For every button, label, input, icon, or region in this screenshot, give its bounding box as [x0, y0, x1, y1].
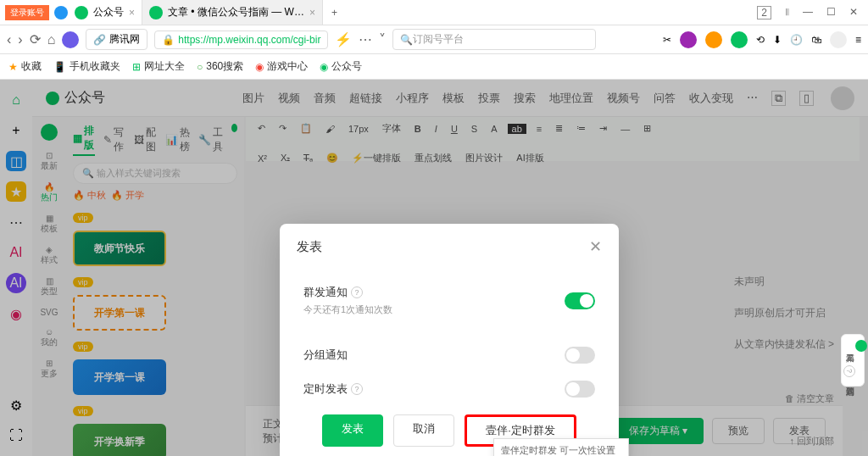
bookmark-mobile[interactable]: 📱手机收藏夹: [53, 59, 120, 74]
option-group-notify: 分组通知: [297, 338, 602, 372]
option-scheduled: 定时发表 ?: [297, 372, 602, 406]
maximize-icon[interactable]: ☐: [826, 6, 836, 19]
url-text: https://mp.weixin.qq.com/cgi-bir: [178, 34, 320, 46]
publish-button[interactable]: 发表: [322, 414, 383, 447]
browser-toolbar: ‹ › ⟳ ⌂ 🔗 腾讯网 🔒 https://mp.weixin.qq.com…: [0, 25, 868, 54]
option-broadcast-notify: 群发通知 ? 今天还有1次通知次数: [297, 276, 602, 325]
modal-title: 发表: [297, 239, 322, 255]
history-icon[interactable]: 🕘: [790, 34, 803, 46]
search-placeholder: 订阅号平台: [413, 32, 464, 47]
tooltip: 壹伴定时群发 可一次性设置多个定时群发任务: [493, 438, 629, 456]
tab-inactive[interactable]: 文章 • 微信公众号指南 — W… ×: [142, 0, 323, 25]
action-icon[interactable]: ⚡: [335, 31, 352, 47]
wechat-icon: [75, 6, 88, 19]
link-icon: 🔗: [93, 34, 106, 46]
bookmark-sites[interactable]: ⊞网址大全: [132, 59, 185, 74]
bookmark-360[interactable]: ○360搜索: [197, 59, 243, 74]
url-bar[interactable]: 🔒 https://mp.weixin.qq.com/cgi-bir: [154, 31, 328, 49]
ext3-icon[interactable]: [731, 31, 748, 48]
cut-icon[interactable]: ✂: [663, 34, 671, 46]
minimize-icon[interactable]: —: [803, 6, 813, 19]
lock-icon: 🔒: [162, 34, 175, 46]
help-icon[interactable]: ?: [351, 383, 363, 395]
profile-icon[interactable]: [830, 31, 847, 48]
ext1-icon[interactable]: [680, 31, 697, 48]
menu-icon[interactable]: ≡: [855, 34, 861, 46]
toolbox-item[interactable]: ?遇到问题: [842, 360, 857, 386]
tab-label: 公众号: [93, 5, 124, 19]
reload-icon[interactable]: ⟳: [30, 31, 41, 47]
close-window-icon[interactable]: ✕: [849, 6, 858, 19]
help-icon[interactable]: ?: [351, 286, 363, 298]
opt-subtext: 今天还有1次通知次数: [303, 303, 392, 316]
tenxun-label: 腾讯网: [109, 32, 140, 47]
toolbox-item[interactable]: 工具箱: [842, 335, 868, 360]
toggle-group[interactable]: [565, 347, 595, 364]
download-icon[interactable]: ⬇: [773, 34, 782, 46]
sync-icon[interactable]: ⟲: [756, 34, 765, 46]
opt-label-text: 分组通知: [303, 348, 348, 363]
login-badge[interactable]: 登录账号: [5, 5, 49, 20]
browser-tabs: 登录账号 公众号 × 文章 • 微信公众号指南 — W… × + 2 ⫴ — ☐…: [0, 0, 868, 25]
close-icon[interactable]: ×: [309, 7, 315, 19]
bag-icon[interactable]: 🛍: [811, 34, 821, 46]
telegram-icon[interactable]: [54, 6, 68, 19]
tab-label: 文章 • 微信公众号指南 — W…: [168, 5, 304, 19]
forward-icon[interactable]: ›: [18, 32, 22, 47]
back-icon[interactable]: ‹: [7, 32, 11, 47]
cancel-button[interactable]: 取消: [393, 414, 454, 447]
modal-header: 发表 ✕: [280, 224, 619, 270]
window-box-icon[interactable]: 2: [757, 6, 771, 19]
opt-label-text: 定时发表: [303, 381, 348, 397]
toggle-broadcast[interactable]: [565, 292, 595, 309]
ext-icon[interactable]: ⫴: [785, 6, 789, 19]
chevron-down-icon[interactable]: ˅: [379, 31, 386, 47]
secondary-url-box[interactable]: 🔗 腾讯网: [86, 29, 147, 50]
bookmarks-bar: ★收藏 📱手机收藏夹 ⊞网址大全 ○360搜索 ◉游戏中心 ◉公众号: [0, 54, 868, 80]
wechat-icon: [149, 6, 163, 19]
search-icon: 🔍: [400, 34, 413, 46]
new-tab-button[interactable]: +: [323, 7, 346, 19]
tab-active[interactable]: 公众号 ×: [68, 0, 142, 25]
close-icon[interactable]: ✕: [589, 237, 602, 256]
search-box[interactable]: 🔍 订阅号平台: [392, 29, 596, 50]
bookmark-star[interactable]: ★收藏: [8, 59, 42, 74]
ai-icon[interactable]: [62, 31, 79, 48]
opt-label-text: 群发通知: [303, 285, 348, 300]
modal-body: 群发通知 ? 今天还有1次通知次数 分组通知 定时发表 ? 发表 取消 壹伴·定…: [280, 270, 619, 456]
close-icon[interactable]: ×: [129, 7, 135, 19]
home-icon[interactable]: ⌂: [47, 32, 56, 47]
publish-modal: 发表 ✕ 群发通知 ? 今天还有1次通知次数 分组通知 定时发表 ? 发表: [280, 224, 619, 456]
right-float-toolbox: 工具箱 ?遇到问题: [841, 334, 865, 386]
bookmark-wechat[interactable]: ◉公众号: [320, 59, 362, 74]
bookmark-game[interactable]: ◉游戏中心: [255, 59, 308, 74]
toggle-scheduled[interactable]: [565, 381, 595, 398]
ext2-icon[interactable]: [705, 31, 722, 48]
more-icon[interactable]: ⋯: [359, 31, 372, 47]
